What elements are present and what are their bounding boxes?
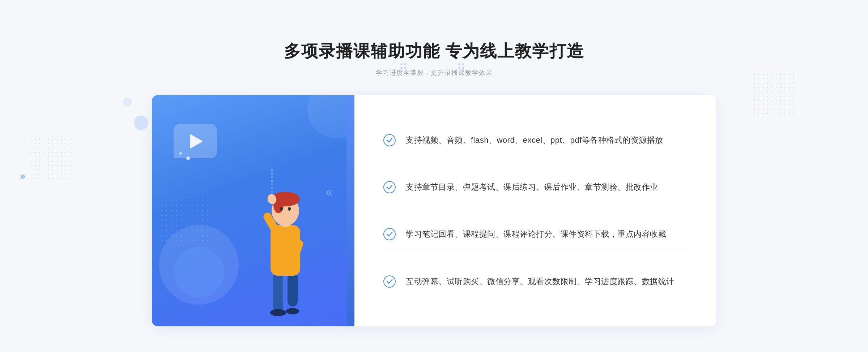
feature-item-3: 学习笔记回看、课程提问、课程评论打分、课件资料下载，重点内容收藏 — [383, 219, 687, 249]
svg-point-6 — [400, 67, 403, 69]
blue-circle-2 — [123, 98, 132, 107]
circle-light-2 — [174, 247, 224, 297]
svg-point-1 — [462, 63, 464, 65]
check-icon-2 — [383, 181, 396, 193]
play-bubble-dot — [186, 156, 190, 160]
blue-circle-1 — [134, 116, 148, 130]
dot-pattern-left — [29, 137, 72, 181]
svg-point-4 — [400, 63, 403, 65]
svg-point-26 — [384, 276, 395, 287]
svg-point-24 — [384, 181, 395, 193]
feature-text-1: 支持视频、音频、flash、word、excel、ppt、pdf等各种格式的资源… — [406, 133, 663, 147]
accent-bar — [346, 95, 354, 326]
page-subtitle: 学习进度全掌握，提升录播课教学效果 — [284, 68, 584, 77]
check-icon-4 — [383, 275, 396, 288]
play-bubble-dot2 — [179, 152, 182, 155]
check-icon-3 — [383, 228, 396, 240]
svg-point-19 — [280, 207, 283, 211]
svg-point-11 — [286, 308, 299, 314]
play-triangle-icon — [190, 134, 203, 149]
content-card: « — [152, 95, 716, 326]
character-illustration — [217, 138, 354, 326]
feature-text-3: 学习笔记回看、课程提问、课程评论打分、课件资料下载，重点内容收藏 — [406, 227, 666, 241]
svg-point-10 — [270, 309, 286, 316]
feature-item-1: 支持视频、音频、flash、word、excel、ppt、pdf等各种格式的资源… — [383, 125, 687, 155]
svg-point-5 — [404, 63, 406, 65]
svg-point-0 — [458, 63, 460, 65]
check-icon-1 — [383, 134, 396, 146]
page-wrapper: 多项录播课辅助功能 专为线上教学打造 学习进度全掌握，提升录播课教学效果 « — [0, 26, 868, 326]
illustration-area: « — [152, 95, 354, 326]
feature-text-4: 互动弹幕、试听购买、微信分享、观看次数限制、学习进度跟踪、数据统计 — [406, 275, 675, 288]
chevron-left-decoration: » — [20, 170, 26, 182]
svg-rect-8 — [273, 272, 283, 312]
svg-point-7 — [404, 67, 406, 69]
header-dots-right — [400, 63, 410, 72]
feature-text-2: 支持章节目录、弹题考试、课后练习、课后作业、章节测验、批改作业 — [406, 180, 658, 194]
svg-rect-9 — [288, 272, 298, 306]
header-dots-left — [458, 63, 468, 72]
dot-grid-illus — [159, 193, 210, 243]
svg-point-23 — [384, 134, 395, 146]
svg-point-25 — [384, 228, 395, 240]
header: 多项录播课辅助功能 专为线上教学打造 学习进度全掌握，提升录播课教学效果 — [284, 40, 584, 77]
page-title: 多项录播课辅助功能 专为线上教学打造 — [284, 40, 584, 63]
feature-item-4: 互动弹幕、试听购买、微信分享、观看次数限制、学习进度跟踪、数据统计 — [383, 267, 687, 296]
svg-point-2 — [458, 67, 460, 69]
svg-point-20 — [288, 207, 291, 211]
feature-item-2: 支持章节目录、弹题考试、课后练习、课后作业、章节测验、批改作业 — [383, 172, 687, 202]
svg-point-3 — [462, 67, 464, 69]
features-area: 支持视频、音频、flash、word、excel、ppt、pdf等各种格式的资源… — [354, 95, 716, 326]
dot-pattern-right — [752, 72, 796, 116]
